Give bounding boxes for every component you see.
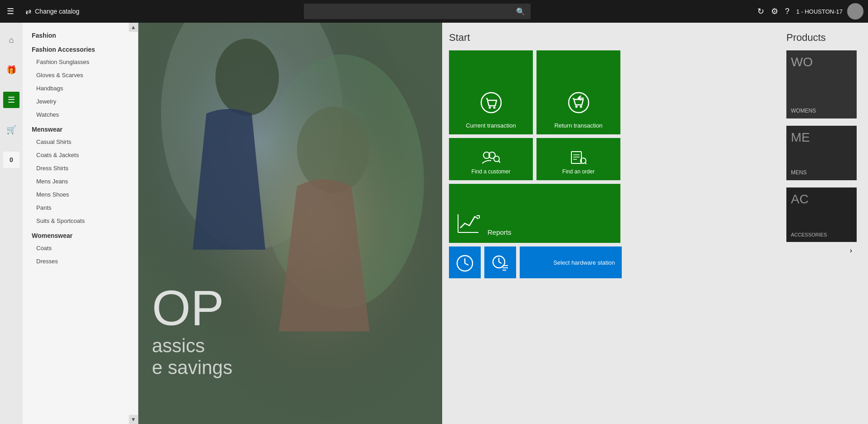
user-avatar[interactable] — [847, 3, 863, 20]
sidebar-nav-list[interactable]: ☰ — [3, 92, 20, 108]
find-customer-tile[interactable]: Find a customer — [449, 138, 533, 180]
products-scroll-right[interactable]: › — [786, 244, 861, 257]
current-transaction-label: Current transaction — [466, 122, 516, 129]
reports-tile[interactable]: Reports — [449, 184, 620, 243]
product-accessories-label: AC — [791, 192, 809, 207]
sidebar-item-mens-shoes[interactable]: Mens Shoes — [23, 188, 138, 201]
sidebar-item-coats-jackets[interactable]: Coats & Jackets — [23, 148, 138, 162]
start-row-3: Reports — [449, 184, 773, 243]
sidebar-item-watches[interactable]: Watches — [23, 108, 138, 121]
find-customer-label: Find a customer — [471, 168, 510, 175]
sidebar-nav-gift[interactable]: 🎁 — [3, 62, 20, 78]
sidebar-section-fashion-accessories: Fashion Accessories — [23, 41, 138, 55]
sidebar-item-dress-shirts[interactable]: Dress Shirts — [23, 162, 138, 175]
sidebar-item-dresses[interactable]: Dresses — [23, 255, 138, 268]
right-panel: Start Current transaction — [442, 23, 868, 424]
search-input[interactable] — [309, 8, 516, 15]
product-mens-full-label: MENS — [791, 169, 807, 176]
start-section: Start Current transaction — [449, 32, 773, 282]
hero-sub-text1: assics — [152, 335, 232, 357]
cart-icon — [480, 91, 502, 114]
start-row-4: Select hardware station — [449, 247, 773, 278]
sidebar-nav-cart[interactable]: 🛒 — [3, 122, 20, 138]
return-transaction-label: Return transaction — [554, 122, 602, 129]
sidebar-scroll-down[interactable]: ▼ — [129, 415, 138, 424]
sidebar-item-mens-jeans[interactable]: Mens Jeans — [23, 175, 138, 188]
reports-chart-icon — [456, 212, 481, 235]
change-catalog-label: Change catalog — [35, 8, 79, 15]
sidebar-item-gloves-scarves[interactable]: Gloves & Scarves — [23, 69, 138, 82]
product-womens-label: WO — [791, 55, 813, 69]
sidebar-item-casual-shirts[interactable]: Casual Shirts — [23, 135, 138, 148]
product-accessories-full-label: ACCESSORIES — [791, 232, 827, 237]
svg-point-8 — [488, 107, 491, 109]
svg-point-11 — [575, 106, 577, 108]
svg-point-12 — [580, 106, 582, 108]
start-row-1: Current transaction — [449, 50, 773, 134]
time-entries-tile[interactable] — [484, 247, 516, 278]
return-transaction-icon — [567, 91, 590, 118]
sidebar-item-jewelry[interactable]: Jewelry — [23, 95, 138, 108]
products-title: Products — [786, 32, 861, 44]
select-hardware-label: Select hardware station — [553, 259, 615, 266]
find-order-tile[interactable]: Find an order — [536, 138, 620, 180]
find-customer-icon — [482, 151, 500, 166]
svg-point-10 — [569, 93, 589, 113]
svg-point-15 — [494, 156, 499, 162]
sidebar-section-womenswear: Womenswear — [23, 227, 138, 242]
sidebar-item-handbags[interactable]: Handbags — [23, 82, 138, 95]
product-tile-accessories[interactable]: AC ACCESSORIES — [786, 187, 857, 242]
products-section: Products WO WOMENS ME MENS AC ACCESSORIE… — [786, 32, 861, 282]
svg-point-5 — [215, 39, 279, 116]
sidebar: ▲ ⌂ 🎁 ☰ 🛒 0 Fashion Fashion Accessories … — [0, 23, 138, 424]
product-tile-mens[interactable]: ME MENS — [786, 126, 857, 180]
hero-text: OP assics e savings — [152, 280, 232, 379]
search-icon: 🔍 — [516, 7, 525, 16]
search-area: 🔍 — [84, 4, 751, 19]
hero-image: OP assics e savings — [138, 23, 442, 424]
svg-line-16 — [499, 161, 500, 163]
hamburger-menu[interactable]: ☰ — [0, 6, 21, 16]
svg-point-7 — [481, 93, 501, 113]
find-order-icon — [571, 151, 586, 166]
sidebar-content: Fashion Fashion Accessories Fashion Sung… — [23, 23, 138, 272]
find-order-label: Find an order — [562, 168, 595, 175]
start-title: Start — [449, 32, 773, 44]
hero-big-text: OP — [152, 280, 232, 335]
product-tile-womens[interactable]: WO WOMENS — [786, 50, 857, 118]
sidebar-nav-badge[interactable]: 0 — [3, 152, 20, 168]
settings-icon[interactable]: ⚙ — [771, 6, 778, 16]
sidebar-item-coats[interactable]: Coats — [23, 242, 138, 255]
sidebar-item-pants[interactable]: Pants — [23, 201, 138, 214]
svg-point-9 — [493, 107, 495, 109]
time-clock-tile[interactable] — [449, 247, 481, 278]
reports-label: Reports — [488, 228, 512, 236]
find-order-icon-svg — [571, 151, 586, 164]
main-content: ▲ ⌂ 🎁 ☰ 🛒 0 Fashion Fashion Accessories … — [0, 23, 868, 424]
reports-icon — [456, 212, 481, 236]
sidebar-item-suits-sportcoats[interactable]: Suits & Sportcoats — [23, 214, 138, 227]
start-products-row: Start Current transaction — [442, 23, 868, 286]
current-transaction-icon — [480, 91, 502, 118]
select-hardware-tile[interactable]: Select hardware station — [520, 247, 622, 278]
find-customer-icon-svg — [482, 151, 500, 164]
sidebar-scroll-up[interactable]: ▲ — [129, 23, 138, 32]
store-info: 1 - HOUSTON-17 — [796, 8, 843, 15]
help-icon[interactable]: ? — [785, 7, 790, 16]
svg-line-28 — [499, 262, 502, 263]
search-box: 🔍 — [304, 4, 531, 19]
sidebar-nav-icons: ⌂ 🎁 ☰ 🛒 0 — [0, 23, 23, 424]
change-catalog-button[interactable]: ⇄ Change catalog — [21, 7, 84, 16]
svg-line-22 — [585, 163, 586, 164]
return-transaction-tile[interactable]: Return transaction — [536, 50, 620, 134]
svg-line-25 — [465, 263, 468, 265]
products-grid: WO WOMENS ME MENS AC ACCESSORIES — [786, 50, 861, 242]
hero-image-area: OP assics e savings — [138, 23, 442, 424]
return-cart-icon — [567, 91, 590, 114]
sidebar-nav-home[interactable]: ⌂ — [3, 32, 20, 48]
current-transaction-tile[interactable]: Current transaction — [449, 50, 533, 134]
refresh-icon[interactable]: ↻ — [757, 6, 764, 16]
topbar: ☰ ⇄ Change catalog 🔍 ↻ ⚙ ? 1 - HOUSTON-1… — [0, 0, 868, 23]
sidebar-item-fashion-sunglasses[interactable]: Fashion Sunglasses — [23, 55, 138, 69]
svg-point-6 — [297, 107, 370, 193]
